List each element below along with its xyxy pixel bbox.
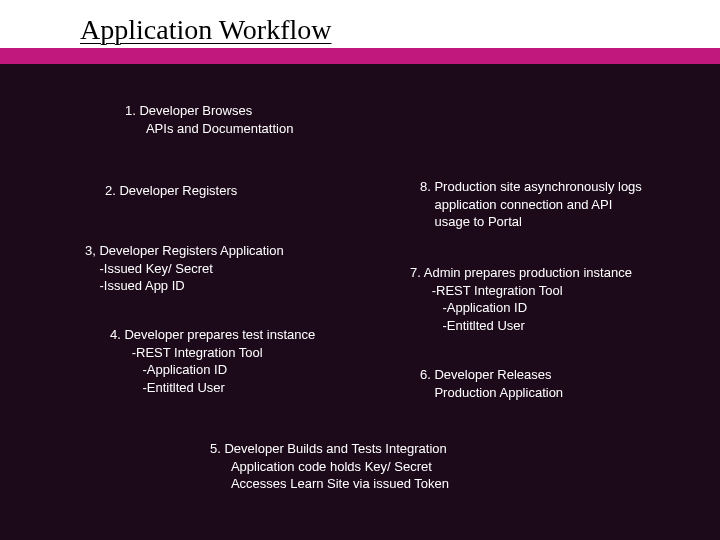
step-5: 5. Developer Builds and Tests Integratio…	[210, 440, 449, 493]
step-4: 4. Developer prepares test instance -RES…	[110, 326, 315, 396]
slide-title: Application Workflow	[80, 14, 332, 48]
step-3: 3, Developer Registers Application -Issu…	[85, 242, 284, 295]
step-7: 7. Admin prepares production instance -R…	[410, 264, 632, 334]
step-8: 8. Production site asynchronously logs a…	[420, 178, 642, 231]
step-2: 2. Developer Registers	[105, 182, 237, 200]
title-bar: Application Workflow	[0, 0, 720, 50]
step-1: 1. Developer Browses APIs and Documentat…	[125, 102, 293, 137]
slide: Application Workflow 1. Developer Browse…	[0, 0, 720, 540]
step-6: 6. Developer Releases Production Applica…	[420, 366, 563, 401]
content-canvas: 1. Developer Browses APIs and Documentat…	[0, 62, 720, 540]
